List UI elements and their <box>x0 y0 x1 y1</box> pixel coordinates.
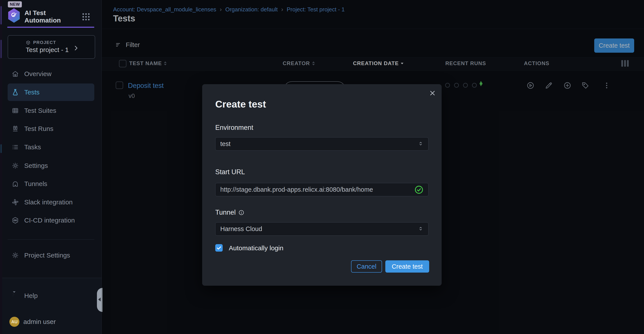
test-runs-icon <box>12 125 19 132</box>
avatar: AU <box>10 317 20 327</box>
project-selector[interactable]: PROJECT Test project - 1 <box>8 35 95 59</box>
gear-icon <box>12 162 19 170</box>
sidebar-item-settings[interactable]: Settings <box>8 157 94 175</box>
select-chevrons-icon <box>418 141 424 147</box>
sidebar-item-cicd-integration[interactable]: CI-CD integration <box>8 212 94 229</box>
sidebar-divider <box>8 239 94 240</box>
modal-title: Create test <box>215 99 266 110</box>
sidebar-item-tunnels[interactable]: Tunnels <box>8 175 94 193</box>
logo-glyph-icon <box>10 11 18 20</box>
sidebar-item-slack-integration[interactable]: Slack integration <box>8 194 94 211</box>
cancel-button[interactable]: Cancel <box>351 260 382 273</box>
sidebar-item-label: Tests <box>24 89 40 96</box>
info-icon[interactable] <box>238 210 244 216</box>
chat-question-icon: ? <box>12 292 19 299</box>
close-icon[interactable] <box>429 89 436 97</box>
home-icon <box>12 70 19 78</box>
start-url-label: Start URL <box>215 168 245 176</box>
tunnel-label-text: Tunnel <box>215 209 236 216</box>
url-valid-check-icon <box>414 185 424 194</box>
sidebar-item-label: CI-CD integration <box>24 217 75 224</box>
sidebar-item-label: Tunnels <box>24 180 47 188</box>
auto-login-label: Automatically login <box>229 244 283 252</box>
sidebar-item-label: Tasks <box>24 143 41 151</box>
user-menu[interactable]: AU admin user <box>8 313 94 330</box>
module-strip-accent <box>0 6 2 25</box>
tunnel-icon <box>12 180 19 188</box>
sidebar-item-label: Project Settings <box>24 252 70 259</box>
user-name: admin user <box>23 318 56 325</box>
tunnel-select[interactable]: Harness Cloud <box>215 222 428 236</box>
chevron-right-icon <box>73 45 79 51</box>
app-root: NEW AI Test Automation PROJECT Test proj… <box>0 0 644 334</box>
flask-icon <box>12 89 19 96</box>
tasks-icon <box>12 143 19 151</box>
check-icon <box>216 245 222 251</box>
cube-icon <box>26 40 30 45</box>
sidebar-item-overview[interactable]: Overview <box>8 65 94 83</box>
cicd-icon <box>12 217 19 224</box>
select-chevrons-icon <box>418 226 424 232</box>
sidebar-item-test-runs[interactable]: Test Runs <box>8 120 94 137</box>
sidebar-item-help[interactable]: ? Help <box>8 287 94 304</box>
brand-underline <box>7 27 94 28</box>
module-strip-accent <box>0 40 2 58</box>
create-test-submit-button[interactable]: Create test <box>385 260 429 273</box>
module-strip-accent <box>0 144 2 153</box>
environment-value: test <box>220 140 418 147</box>
sidebar-item-tasks[interactable]: Tasks <box>8 138 94 156</box>
create-test-modal: Create test Environment test Start URL h… <box>202 84 442 286</box>
start-url-input[interactable]: http://stage.dbank.prod-apps.relicx.ai:8… <box>215 183 428 196</box>
grid-icon <box>12 107 19 114</box>
tunnel-value: Harness Cloud <box>220 225 418 233</box>
app-title: AI Test Automation <box>24 9 68 24</box>
slack-icon <box>12 199 19 206</box>
gear-icon <box>12 252 19 259</box>
sidebar-item-project-settings[interactable]: Project Settings <box>8 247 94 264</box>
sidebar-item-label: Help <box>24 292 38 299</box>
new-badge: NEW <box>8 1 22 8</box>
sidebar-item-test-suites[interactable]: Test Suites <box>8 102 94 119</box>
sidebar-item-label: Test Suites <box>24 107 56 114</box>
start-url-value: http://stage.dbank.prod-apps.relicx.ai:8… <box>220 186 414 193</box>
project-selector-label: PROJECT <box>33 40 56 45</box>
sidebar-item-label: Overview <box>24 70 52 78</box>
environment-select[interactable]: test <box>215 137 428 151</box>
apps-grid-icon[interactable] <box>81 12 91 22</box>
environment-label: Environment <box>215 124 253 132</box>
sidebar-item-tests[interactable]: Tests <box>8 84 94 101</box>
tunnel-label: Tunnel <box>215 209 244 216</box>
project-selector-value: Test project - 1 <box>26 46 69 54</box>
auto-login-checkbox[interactable] <box>215 244 223 252</box>
sidebar-item-label: Slack integration <box>24 199 73 206</box>
module-nav-strip <box>0 0 2 334</box>
sidebar-item-label: Settings <box>24 162 48 170</box>
sidebar-item-label: Test Runs <box>24 125 53 132</box>
